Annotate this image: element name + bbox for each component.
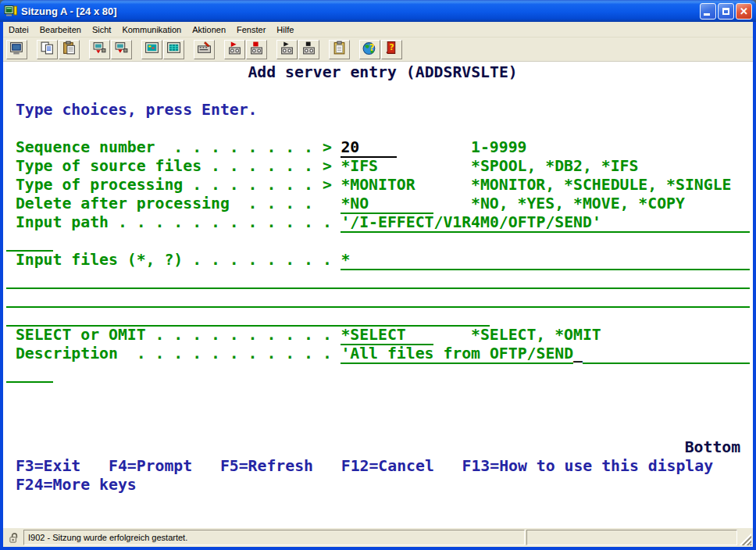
terminal-screen[interactable]: Add server entry (ADDSRVSLTE)Type choice…: [3, 62, 753, 528]
svg-text:?: ?: [389, 42, 394, 52]
connection-status-icon: [5, 530, 23, 545]
terminal-text: *MONITOR, *SCHEDULE, *SINGLE: [471, 177, 731, 195]
macro-record-button[interactable]: [224, 40, 245, 59]
terminal-text: *SPOOL, *DB2, *IFS: [471, 158, 638, 177]
send-file-button[interactable]: [89, 40, 110, 59]
terminal-text: *SELECT, *OMIT: [471, 327, 601, 345]
session-button[interactable]: [6, 40, 27, 59]
toolbar-group: [276, 40, 320, 59]
terminal-input-field[interactable]: *MONITOR: [341, 177, 415, 195]
menu-item-bearbeiten[interactable]: Bearbeiten: [34, 23, 87, 36]
paste-icon: [62, 41, 77, 58]
toolbar-group: [141, 40, 185, 59]
macro-stop-button[interactable]: [246, 40, 267, 59]
terminal-input-field[interactable]: '/I-EFFECT/V1R4M0/OFTP/SEND': [341, 214, 750, 233]
keyboard-setup-button[interactable]: [194, 40, 215, 59]
menu-item-datei[interactable]: Datei: [3, 23, 34, 36]
display-setup-button[interactable]: [141, 40, 162, 59]
terminal-text: Sequence number . . . . . . . . >: [16, 139, 332, 158]
terminal-input-field[interactable]: [6, 289, 750, 308]
menu-item-kommunikation[interactable]: Kommunikation: [116, 23, 187, 36]
terminal-text: *NO, *YES, *MOVE, *COPY: [471, 195, 685, 214]
receive-file-icon: [114, 41, 129, 58]
terminal-input-field[interactable]: [6, 233, 53, 252]
terminal-text: F24=More keys: [16, 477, 137, 495]
terminal-text: Description . . . . . . . . . . .: [16, 345, 332, 364]
terminal-input-field[interactable]: [6, 308, 490, 327]
minimize-icon[interactable]: [700, 3, 716, 20]
paste-button[interactable]: [59, 40, 80, 59]
terminal-text: Add server entry (ADDSRVSLTE): [248, 64, 517, 83]
statusbar: I902 - Sitzung wurde erfolgreich gestart…: [3, 528, 753, 547]
session-window: Sitzung A - [24 x 80] ✕ DateiBearbeitenS…: [0, 0, 756, 550]
toolbar-group: [89, 40, 133, 59]
close-icon[interactable]: ✕: [736, 3, 752, 20]
terminal-input-field[interactable]: 'All files from OFTP/SEND: [341, 345, 573, 364]
terminal-text: Type of processing . . . . . . . >: [16, 177, 332, 195]
terminal-input-field[interactable]: *: [341, 252, 750, 270]
terminal-cursor: _: [573, 345, 583, 364]
terminal-input-field[interactable]: [6, 364, 53, 383]
macro-play-button[interactable]: [276, 40, 298, 59]
titlebar[interactable]: Sitzung A - [24 x 80] ✕: [0, 0, 756, 22]
toolbar-group: [224, 40, 268, 59]
copy-button[interactable]: [37, 40, 58, 59]
copy-icon: [40, 41, 55, 58]
clipboard-icon: [332, 41, 347, 58]
macro-pause-icon: [301, 41, 316, 58]
menu-item-sicht[interactable]: Sicht: [87, 23, 116, 36]
clipboard-button[interactable]: [329, 40, 350, 59]
toolbar-group: ??: [359, 40, 403, 59]
terminal-text: F3=Exit F4=Prompt F5=Refresh F12=Cancel …: [16, 458, 713, 477]
terminal-text: 1-9999: [471, 139, 526, 158]
menu-item-hilfe[interactable]: Hilfe: [271, 23, 299, 36]
toolbar-group: [6, 40, 28, 59]
maximize-icon[interactable]: [718, 3, 734, 20]
color-setup-button[interactable]: [163, 40, 184, 59]
keyboard-setup-icon: [197, 41, 212, 58]
help-button[interactable]: ?: [381, 40, 402, 59]
toolbar-group: [37, 40, 80, 59]
terminal-text: Input path . . . . . . . . . . . .: [16, 214, 332, 233]
terminal-text: Input files (*, ?) . . . . . . . .: [16, 252, 332, 270]
status-panel-secondary: [526, 530, 737, 545]
terminal-text: Type choices, press Enter.: [16, 102, 258, 120]
terminal-grid: Add server entry (ADDSRVSLTE)Type choice…: [6, 64, 750, 514]
terminal-text: SELECT or OMIT . . . . . . . . . .: [16, 327, 332, 345]
terminal-input-field[interactable]: *IFS: [341, 158, 378, 177]
terminal-input-field[interactable]: *SELECT: [341, 327, 433, 345]
terminal-text: Bottom: [685, 439, 740, 458]
macro-stop-icon: [249, 41, 264, 58]
macro-play-icon: [280, 41, 294, 58]
toolbar-group: [194, 40, 216, 59]
resize-grip[interactable]: [739, 530, 751, 545]
session-icon: [9, 41, 24, 58]
window-title: Sitzung A - [24 x 80]: [21, 5, 698, 17]
help-icon: ?: [384, 41, 399, 58]
receive-file-button[interactable]: [111, 40, 132, 59]
menu-item-aktionen[interactable]: Aktionen: [187, 23, 231, 36]
macro-record-icon: [227, 41, 242, 58]
status-message: I902 - Sitzung wurde erfolgreich gestart…: [23, 530, 525, 545]
application-icon: [4, 4, 18, 18]
web-help-button[interactable]: ?: [359, 40, 380, 59]
menu-item-fenster[interactable]: Fenster: [231, 23, 271, 36]
terminal-input-field[interactable]: 20: [341, 139, 396, 158]
color-setup-icon: [166, 41, 181, 58]
terminal-input-field[interactable]: *NO: [341, 195, 433, 214]
web-help-icon: ?: [362, 41, 377, 58]
macro-pause-button[interactable]: [298, 40, 319, 59]
terminal-input-field[interactable]: [6, 270, 750, 289]
send-file-icon: [92, 41, 107, 58]
toolbar-group: [329, 40, 351, 59]
display-setup-icon: [144, 41, 159, 58]
svg-text:?: ?: [369, 42, 375, 53]
terminal-text: Type of source files . . . . . . >: [16, 158, 332, 177]
terminal-input-field[interactable]: [583, 345, 750, 364]
menubar: DateiBearbeitenSichtKommunikationAktione…: [3, 22, 753, 38]
toolbar: ??: [3, 38, 753, 62]
terminal-text: Delete after processing . . . .: [16, 195, 313, 214]
